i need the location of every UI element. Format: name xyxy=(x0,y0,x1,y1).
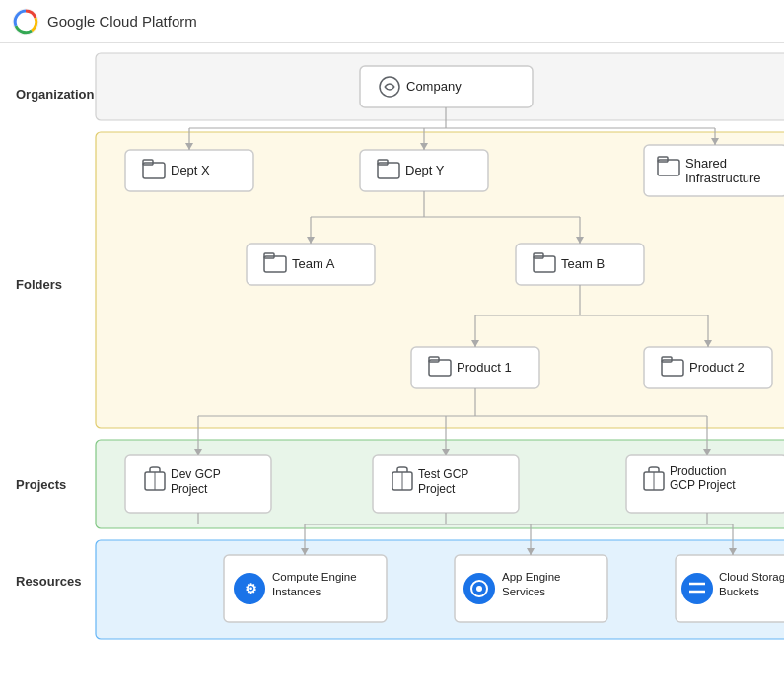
svg-point-78 xyxy=(476,586,482,592)
main-diagram: Organization Folders Projects Resources … xyxy=(0,43,784,699)
svg-text:Buckets: Buckets xyxy=(719,586,759,597)
svg-text:Shared: Shared xyxy=(685,156,727,171)
svg-text:Dept X: Dept X xyxy=(171,163,210,177)
svg-text:Company: Company xyxy=(406,79,462,94)
svg-text:GCP Project: GCP Project xyxy=(670,478,736,492)
svg-text:Project: Project xyxy=(171,482,208,496)
gcp-logo-icon xyxy=(12,8,39,35)
resources-label: Resources xyxy=(16,536,94,625)
svg-text:Services: Services xyxy=(502,586,545,597)
header: Google Cloud Platform xyxy=(0,0,784,43)
svg-text:Infrastructure: Infrastructure xyxy=(685,171,761,185)
diagram-svg: Company Dept X Dept Y Shared xyxy=(94,51,784,699)
svg-text:Product 1: Product 1 xyxy=(457,360,512,375)
svg-text:Project: Project xyxy=(418,482,456,496)
header-title: Google Cloud Platform xyxy=(47,13,197,30)
svg-text:Test GCP: Test GCP xyxy=(418,467,468,481)
svg-text:Instances: Instances xyxy=(272,586,321,597)
svg-text:Production: Production xyxy=(670,464,726,478)
folders-label: Folders xyxy=(16,136,94,432)
svg-text:Team A: Team A xyxy=(292,256,335,271)
svg-text:Cloud Storage: Cloud Storage xyxy=(719,571,784,583)
svg-text:Dept Y: Dept Y xyxy=(405,163,445,177)
svg-text:⚙: ⚙ xyxy=(245,581,257,596)
svg-text:Product 2: Product 2 xyxy=(689,360,745,375)
projects-label: Projects xyxy=(16,440,94,528)
org-label: Organization xyxy=(16,59,94,128)
svg-point-0 xyxy=(13,9,38,35)
svg-text:Compute Engine: Compute Engine xyxy=(272,571,357,583)
svg-point-82 xyxy=(681,573,713,604)
svg-text:Dev GCP: Dev GCP xyxy=(171,467,221,481)
svg-text:App Engine: App Engine xyxy=(502,571,560,583)
svg-text:Team B: Team B xyxy=(561,256,605,271)
gcp-logo: Google Cloud Platform xyxy=(12,8,197,35)
section-labels: Organization Folders Projects Resources xyxy=(16,51,94,625)
